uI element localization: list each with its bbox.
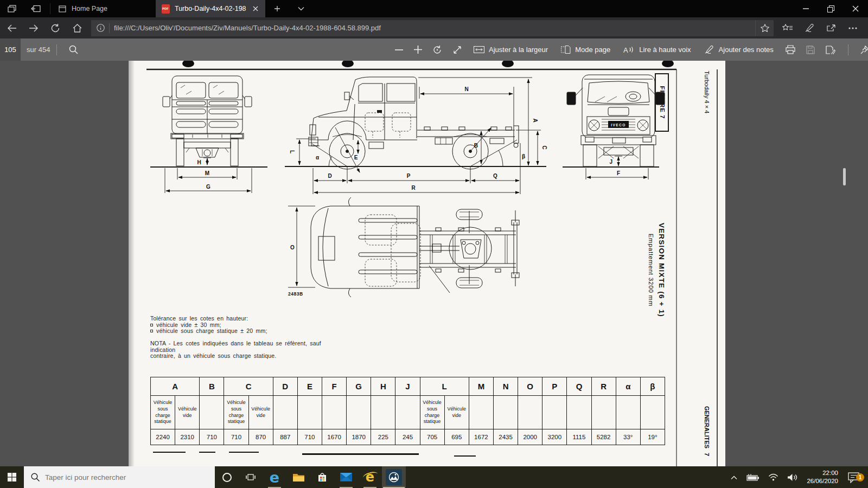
table-subheader-cell: Véhicule sous charge statique — [224, 396, 248, 429]
dim-label-beta: β — [522, 153, 525, 159]
page-total: sur 454 — [27, 46, 50, 54]
pin-toolbar-button[interactable] — [855, 38, 868, 61]
zoom-in-button[interactable] — [409, 38, 427, 61]
address-bar[interactable]: file:///C:/Users/Oliv'/Documents/Ziv/Man… — [91, 20, 774, 36]
favorite-star-icon[interactable] — [755, 20, 774, 36]
svg-text:A: A — [623, 46, 628, 54]
dim-label-q: Q — [493, 173, 497, 179]
desktop: Home Page PDF Turbo-Daily-4x4-02-198 — [0, 0, 868, 488]
table-value-cell: 2240 — [151, 429, 175, 445]
taskbar-photos-icon[interactable] — [382, 466, 406, 488]
web-note-button[interactable] — [799, 17, 820, 38]
share-button[interactable] — [820, 17, 842, 38]
fullscreen-button[interactable] — [448, 38, 467, 61]
save-button[interactable] — [801, 38, 820, 61]
task-view-button[interactable] — [239, 466, 263, 488]
dim-label-r: R — [411, 185, 416, 191]
table-value-cell: 1672 — [469, 429, 493, 445]
back-button[interactable] — [1, 17, 23, 38]
battery-icon[interactable] — [742, 473, 764, 481]
tray-date: 26/06/2020 — [807, 477, 838, 485]
table-subheader-cell: Véhicule vide — [248, 396, 273, 429]
rotate-button[interactable] — [427, 38, 448, 61]
table-column-header: C — [224, 377, 273, 396]
dim-label-p: P — [407, 173, 411, 179]
dim-label-f: F — [617, 170, 620, 176]
page-number-box[interactable]: 105 — [0, 38, 21, 61]
wifi-icon[interactable] — [764, 473, 783, 481]
photos-icon — [387, 471, 400, 484]
new-tab-button[interactable] — [265, 0, 289, 17]
refresh-button[interactable] — [44, 17, 66, 38]
table-subheader-cell: Véhicule sous charge statique — [420, 396, 444, 429]
pdf-viewport[interactable]: FIGURE 7 Turbodaily 4 × 4 GENERALITES 7 … — [0, 61, 868, 466]
taskbar-store-icon[interactable] — [310, 466, 334, 488]
tab-preview-button[interactable] — [0, 0, 24, 17]
tray-chevron-icon[interactable] — [726, 475, 742, 480]
cortana-button[interactable] — [215, 466, 239, 488]
save-as-button[interactable] — [820, 38, 841, 61]
read-aloud-icon: A — [623, 46, 635, 54]
url-text[interactable]: file:///C:/Users/Oliv'/Documents/Ziv/Man… — [114, 24, 430, 32]
minimize-button[interactable] — [793, 0, 818, 17]
dim-label-l: L — [289, 150, 295, 153]
table-value-cell: 2435 — [493, 429, 518, 445]
top-view-drawing: O 2483B — [288, 197, 519, 297]
store-icon — [317, 472, 328, 483]
table-value-cell: 245 — [395, 429, 420, 445]
taskbar-ie-icon[interactable]: e — [358, 466, 382, 488]
tab-home-page[interactable]: Home Page — [53, 0, 156, 17]
page-mode-button[interactable]: Mode page — [554, 38, 617, 61]
table-subheader-cell — [542, 396, 567, 429]
table-value-cell: 33° — [616, 429, 640, 445]
page-info-icon[interactable] — [97, 24, 105, 32]
print-button[interactable] — [780, 38, 801, 61]
set-tabs-aside-button[interactable] — [24, 0, 48, 17]
action-center-icon[interactable]: 1 — [843, 472, 865, 483]
taskbar-explorer-icon[interactable] — [286, 466, 310, 488]
dim-label-h: H — [197, 159, 201, 165]
add-notes-button[interactable]: Ajouter des notes — [698, 38, 780, 61]
table-value-cell: 2000 — [518, 429, 542, 445]
volume-icon[interactable] — [783, 473, 802, 481]
table-subheader-cell — [322, 396, 346, 429]
margin-page-number: 7 — [704, 453, 710, 456]
dim-label-a: A — [532, 118, 538, 122]
tab-close-icon[interactable] — [251, 4, 260, 13]
table-value-row: 2240231071071087088771016701870225245705… — [151, 429, 665, 445]
table-value-cell: 1115 — [567, 429, 591, 445]
taskbar-search[interactable] — [24, 466, 215, 488]
table-column-header: Q — [567, 377, 591, 396]
table-column-header: N — [493, 377, 518, 396]
restore-button[interactable] — [818, 0, 843, 17]
forward-button[interactable] — [23, 17, 44, 38]
start-button[interactable] — [0, 466, 24, 488]
table-value-cell: 695 — [444, 429, 469, 445]
table-value-cell: 710 — [200, 429, 224, 445]
set-tabs-aside-icon — [31, 5, 41, 12]
tab-pdf-active[interactable]: PDF Turbo-Daily-4x4-02-198 — [156, 0, 265, 17]
taskbar-mail-icon[interactable] — [334, 466, 358, 488]
taskbar-edge-icon[interactable]: e — [263, 466, 286, 488]
zoom-out-button[interactable] — [390, 38, 409, 61]
dim-label-j: J — [609, 159, 612, 165]
search-input[interactable] — [45, 473, 197, 481]
task-view-icon — [245, 473, 256, 481]
tab-list-chevron[interactable] — [289, 0, 313, 17]
fit-width-icon — [474, 46, 484, 53]
more-options-button[interactable] — [842, 17, 864, 38]
fit-width-button[interactable]: Ajuster à la largeur — [467, 38, 554, 61]
close-button[interactable] — [843, 0, 868, 17]
favorites-hub-button[interactable] — [777, 17, 799, 38]
front-view-drawing: IVECO J F — [563, 75, 665, 179]
table-value-cell: 1870 — [347, 429, 371, 445]
home-button[interactable] — [66, 17, 88, 38]
table-column-header: M — [469, 377, 493, 396]
pdf-search-button[interactable] — [63, 38, 84, 61]
read-aloud-button[interactable]: A Lire à haute voix — [617, 38, 697, 61]
pdf-scrollbar-thumb[interactable] — [843, 168, 846, 185]
pdf-toolbar: 105 sur 454 Ajuster à la largeur Mode pa… — [0, 38, 868, 61]
margin-bottom-label: GENERALITES — [704, 406, 710, 448]
table-value-cell: 710 — [224, 429, 248, 445]
taskbar-clock[interactable]: 22:00 26/06/2020 — [802, 469, 843, 485]
